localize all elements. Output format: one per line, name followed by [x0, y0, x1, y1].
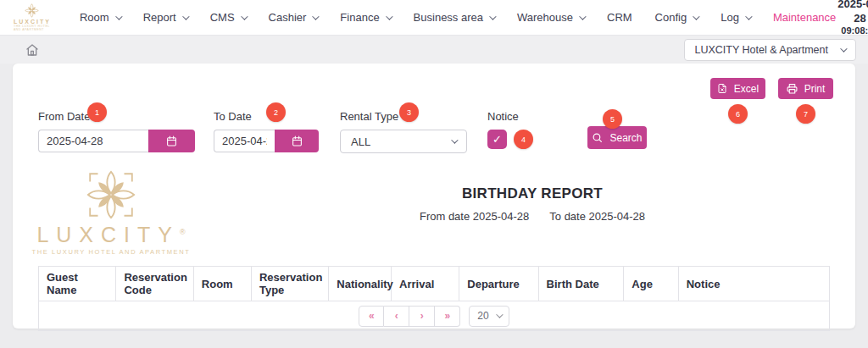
chevron-down-icon	[496, 311, 503, 318]
hotel-selector-dropdown[interactable]: LUXCITY Hotel & Apartment	[684, 39, 856, 61]
hotel-selector-value: LUXCITY Hotel & Apartment	[695, 44, 828, 56]
search-group: 5 Search	[587, 126, 647, 149]
nav-right-cluster: 2025-04-28 09:08:53	[836, 0, 868, 37]
notice-label: Notice	[487, 110, 533, 123]
page-size-select[interactable]: 20	[469, 306, 509, 327]
from-date-calendar-button[interactable]	[148, 130, 195, 152]
logo-flower-icon	[85, 168, 137, 221]
datetime-display: 2025-04-28 09:08:53	[836, 0, 868, 37]
col-guest-name: Guest Name	[39, 267, 116, 301]
nav-item-room[interactable]: Room	[80, 11, 120, 24]
logo-flower-icon	[25, 3, 39, 18]
from-date-label: From Date	[38, 110, 195, 123]
chevron-down-icon	[693, 13, 699, 19]
breadcrumb-bar: LUXCITY Hotel & Apartment	[0, 36, 868, 64]
report-logo: LUXCITY® THE LUXURY HOTEL AND APARTMENT	[13, 167, 209, 256]
tour-badge-5: 5	[603, 109, 622, 129]
chevron-down-icon	[489, 13, 496, 19]
chevron-down-icon	[840, 45, 847, 52]
col-nationality: Nationality	[329, 267, 392, 301]
rental-type-value: ALL	[351, 135, 370, 148]
search-button[interactable]: Search	[587, 126, 647, 149]
tour-badge-3: 3	[399, 102, 419, 122]
current-date: 2025-04-28	[836, 0, 868, 25]
app-logo[interactable]: LUXCITY THE LUXURY HOTEL AND APARTMENT	[14, 3, 51, 31]
search-icon	[592, 132, 603, 143]
col-departure: Departure	[459, 267, 538, 301]
page-size-value: 20	[477, 310, 488, 322]
report-table: Guest Name Reservation Code Room Reserva…	[38, 266, 830, 331]
chevron-down-icon	[182, 13, 189, 19]
chevron-down-icon	[115, 13, 122, 19]
tour-badge-7: 7	[796, 104, 815, 124]
to-date-calendar-button[interactable]	[275, 130, 319, 152]
table-header-row: Guest Name Reservation Code Room Reserva…	[39, 267, 830, 301]
calendar-icon	[292, 135, 303, 146]
table-empty-row: « ‹ › » 20	[39, 301, 830, 331]
rental-type-select[interactable]: ALL	[340, 130, 467, 153]
printer-icon	[787, 83, 798, 94]
pagination-first-button[interactable]: «	[359, 306, 384, 327]
tour-badge-1: 1	[87, 102, 107, 122]
report-title: BIRTHDAY REPORT	[209, 185, 855, 202]
logo-tagline: THE LUXURY HOTEL AND APARTMENT	[14, 25, 51, 31]
pagination-last-button[interactable]: »	[435, 306, 460, 327]
logo-wordmark: LUXCITY	[14, 19, 51, 25]
calendar-icon	[166, 135, 177, 146]
home-icon[interactable]	[25, 43, 39, 57]
chevron-down-icon	[745, 13, 752, 19]
col-age: Age	[624, 267, 678, 301]
nav-item-business-area[interactable]: Business area	[414, 11, 494, 24]
tour-badge-2: 2	[266, 102, 286, 122]
nav-item-cashier[interactable]: Cashier	[269, 11, 318, 24]
col-birth-date: Birth Date	[538, 267, 624, 301]
to-date-input[interactable]	[214, 130, 275, 152]
excel-file-icon	[717, 83, 727, 94]
pagination: « ‹ › » 20	[359, 306, 509, 327]
rental-type-group: 3 Rental Type ALL	[340, 110, 467, 153]
nav-item-log[interactable]: Log	[721, 11, 750, 24]
current-time: 09:08:53	[836, 25, 868, 37]
chevron-down-icon	[451, 136, 458, 143]
report-card: Excel 6 Print 7 1 From Date	[13, 64, 855, 329]
top-navigation-bar: LUXCITY THE LUXURY HOTEL AND APARTMENT R…	[0, 0, 868, 36]
col-notice: Notice	[678, 267, 829, 301]
chevron-down-icon	[579, 13, 586, 19]
pagination-next-button[interactable]: ›	[409, 306, 435, 327]
logo-wordmark: LUXCITY®	[36, 223, 185, 247]
col-arrival: Arrival	[392, 267, 459, 301]
nav-item-crm[interactable]: CRM	[607, 11, 632, 24]
col-reservation-type: Reservation Type	[251, 267, 328, 301]
report-from-date: From date 2025-04-28	[420, 210, 529, 223]
filter-row: 1 From Date 2 To Date	[38, 110, 647, 153]
print-button[interactable]: Print	[778, 78, 833, 99]
pagination-prev-button[interactable]: ‹	[384, 306, 409, 327]
notice-checkbox[interactable]: ✓	[487, 130, 507, 149]
chevron-down-icon	[241, 13, 248, 19]
chevron-down-icon	[386, 13, 392, 19]
from-date-input[interactable]	[38, 130, 148, 152]
nav-item-report[interactable]: Report	[143, 11, 187, 24]
report-table-wrap: Guest Name Reservation Code Room Reserva…	[38, 266, 830, 331]
nav-item-config[interactable]: Config	[655, 11, 698, 24]
report-subtitle: From date 2025-04-28To date 2025-04-28	[209, 210, 855, 223]
nav-menu: Room Report CMS Cashier Finance Business…	[80, 11, 836, 24]
excel-button[interactable]: Excel	[710, 78, 765, 99]
report-to-date: To date 2025-04-28	[549, 210, 645, 223]
to-date-group: 2 To Date	[214, 110, 319, 152]
export-toolbar: Excel 6 Print 7	[710, 78, 833, 124]
chevron-down-icon	[313, 13, 320, 19]
nav-item-finance[interactable]: Finance	[340, 11, 390, 24]
report-header: LUXCITY® THE LUXURY HOTEL AND APARTMENT …	[13, 167, 855, 256]
logo-tagline: THE LUXURY HOTEL AND APARTMENT	[32, 248, 191, 256]
tour-badge-4: 4	[514, 130, 533, 149]
nav-item-cms[interactable]: CMS	[210, 11, 246, 24]
col-reservation-code: Reservation Code	[116, 267, 193, 301]
nav-item-warehouse[interactable]: Warehouse	[517, 11, 584, 24]
tour-badge-6: 6	[728, 104, 748, 124]
notice-group: Notice ✓ 4	[487, 110, 533, 149]
report-title-block: BIRTHDAY REPORT From date 2025-04-28To d…	[209, 167, 855, 256]
nav-item-maintenance[interactable]: Maintenance	[773, 11, 836, 24]
from-date-group: 1 From Date	[38, 110, 195, 152]
col-room: Room	[193, 267, 251, 301]
